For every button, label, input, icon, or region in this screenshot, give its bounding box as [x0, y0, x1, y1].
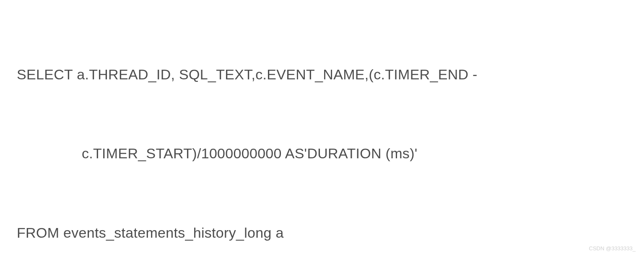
watermark-text: CSDN @3333333_ [589, 244, 636, 254]
sql-code-block: SELECT a.THREAD_ID, SQL_TEXT,c.EVENT_NAM… [17, 8, 627, 257]
sql-line-1: SELECT a.THREAD_ID, SQL_TEXT,c.EVENT_NAM… [17, 61, 627, 88]
sql-line-2: c.TIMER_START)/1000000000 AS'DURATION (m… [17, 140, 627, 167]
sql-line-3: FROM events_statements_history_long a [17, 220, 627, 246]
